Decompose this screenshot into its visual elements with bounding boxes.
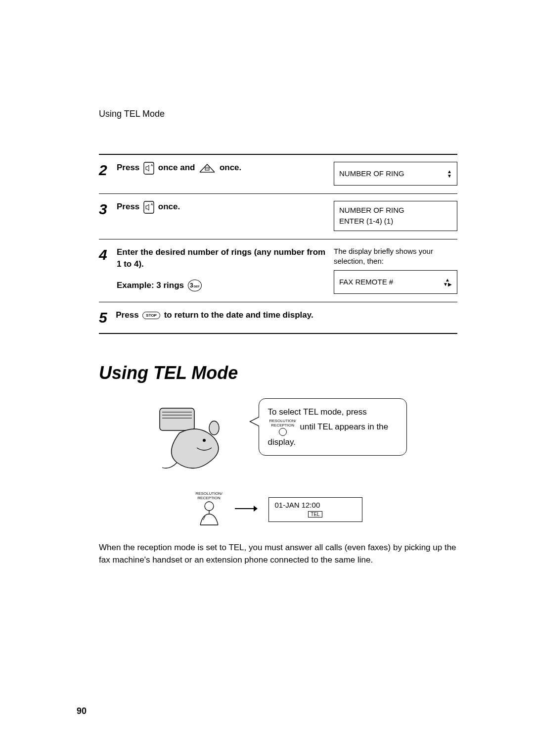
lcd-text: NUMBER OF RING [339, 205, 452, 215]
arrow-right-icon [235, 505, 258, 514]
text: Press [117, 163, 142, 172]
digit-3-key-icon: 3DEF [188, 280, 202, 291]
speaker-key-icon: A [143, 201, 154, 214]
press-button-illustration: RESOLUTION/ RECEPTION [194, 491, 224, 528]
mode-lcd-display: 01-JAN 12:00 TEL [268, 497, 362, 522]
text: to return to the date and time display. [164, 310, 313, 320]
text: once and [158, 163, 197, 172]
step-2: 2 Press A once and [99, 155, 457, 193]
step-display: NUMBER OF RING ▲▼ [334, 162, 457, 186]
page-number: 90 [77, 706, 87, 716]
step-instruction: Press A once. [117, 201, 334, 214]
step-4: 4 Enter the desired number of rings (any… [99, 239, 457, 302]
lcd-text: 01-JAN 12:00 [275, 501, 356, 509]
illustration-area: To select TEL mode, press RESOLUTION/ RE… [99, 398, 457, 479]
step-3: 3 Press A once. NUMBER OF RING ENTER (1-… [99, 193, 457, 239]
up-down-arrows-icon: ▲▼ [447, 169, 452, 178]
step-instruction: Press A once and [117, 162, 334, 175]
speaker-key-icon: A [143, 162, 154, 175]
svg-point-14 [209, 421, 219, 435]
step-number: 3 [99, 201, 117, 217]
step-display: The display briefly shows your selection… [334, 246, 457, 294]
running-header: Using TEL Mode [99, 109, 457, 119]
nav-arrows-icon: ▲▼▶ [443, 278, 452, 286]
text: Press [116, 310, 141, 320]
svg-rect-9 [160, 408, 194, 430]
step-instruction: Enter the desired number of rings (any n… [117, 246, 334, 292]
step-number: 2 [99, 162, 117, 178]
section-heading: Using TEL Mode [99, 363, 457, 383]
text: once. [220, 163, 241, 172]
text: To select TEL mode, press [268, 407, 367, 417]
svg-marker-17 [254, 506, 258, 512]
mode-diagram: RESOLUTION/ RECEPTION 01-JAN 12:00 [99, 491, 457, 528]
lcd-display: NUMBER OF RING ▲▼ [334, 162, 457, 186]
svg-text:A: A [151, 164, 153, 167]
lcd-text: FAX REMOTE # [339, 277, 393, 287]
lcd-display: NUMBER OF RING ENTER (1-4) (1) [334, 201, 457, 231]
step-display: NUMBER OF RING ENTER (1-4) (1) [334, 201, 457, 231]
step-5: 5 Press STOP to return to the date and t… [99, 302, 457, 333]
step-number: 5 [99, 309, 116, 325]
step-instruction: Press STOP to return to the date and tim… [116, 309, 457, 322]
stop-key-icon: STOP [142, 312, 160, 320]
display-note: The display briefly shows your selection… [334, 246, 457, 267]
body-paragraph: When the reception mode is set to TEL, y… [99, 542, 457, 566]
text: Enter the desired number of rings (any n… [117, 246, 328, 271]
svg-marker-1 [146, 165, 149, 171]
svg-marker-7 [146, 204, 149, 210]
lcd-text: NUMBER OF RING [339, 169, 404, 179]
resolution-reception-key-icon: RESOLUTION/ RECEPTION [269, 419, 296, 436]
copy-key-icon [199, 163, 216, 173]
character-illustration [150, 398, 244, 479]
svg-point-13 [203, 439, 206, 442]
svg-text:A: A [151, 203, 153, 206]
lcd-text: ENTER (1-4) (1) [339, 216, 452, 226]
tel-mode-tag: TEL [308, 511, 322, 518]
step-number: 4 [99, 246, 117, 262]
text: once. [158, 202, 180, 211]
speech-bubble: To select TEL mode, press RESOLUTION/ RE… [259, 398, 407, 456]
svg-point-15 [205, 502, 214, 511]
lcd-display: FAX REMOTE # ▲▼▶ [334, 270, 457, 294]
steps-table: 2 Press A once and [99, 154, 457, 334]
example-label: Example: 3 rings [117, 281, 184, 290]
text: Press [117, 202, 142, 211]
